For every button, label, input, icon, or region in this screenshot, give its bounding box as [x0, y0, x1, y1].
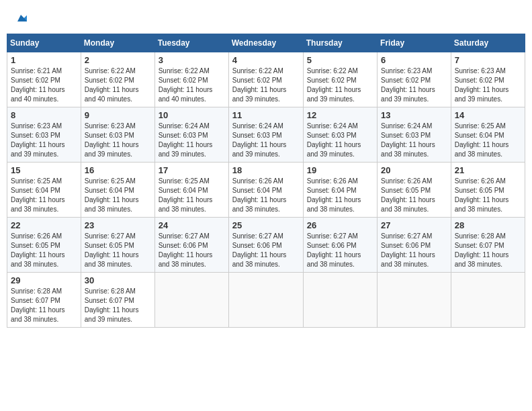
calendar-cell: 9 Sunrise: 6:23 AM Sunset: 6:03 PM Dayli… [81, 107, 154, 163]
sunset-text: Sunset: 6:07 PM [455, 241, 521, 250]
day-number: 6 [381, 55, 447, 65]
daylight-text: Daylight: 11 hours and 39 minutes. [307, 140, 373, 159]
calendar-cell: 19 Sunrise: 6:26 AM Sunset: 6:04 PM Dayl… [303, 163, 377, 218]
sunrise-text: Sunrise: 6:24 AM [159, 122, 225, 131]
day-number: 22 [11, 220, 77, 230]
calendar-cell: 13 Sunrise: 6:24 AM Sunset: 6:03 PM Dayl… [378, 107, 451, 163]
daylight-text: Daylight: 11 hours and 38 minutes. [307, 195, 373, 214]
sunrise-text: Sunrise: 6:24 AM [232, 122, 300, 131]
day-number: 26 [307, 220, 373, 230]
sunset-text: Sunset: 6:02 PM [159, 76, 225, 85]
day-header-thursday: Thursday [303, 34, 377, 52]
sunrise-text: Sunrise: 6:22 AM [307, 66, 373, 76]
sunset-text: Sunset: 6:03 PM [232, 131, 300, 140]
calendar-week-1: 1 Sunrise: 6:21 AM Sunset: 6:02 PM Dayli… [7, 52, 525, 107]
day-number: 9 [85, 110, 151, 120]
daylight-text: Daylight: 11 hours and 38 minutes. [11, 250, 77, 269]
sunrise-text: Sunrise: 6:23 AM [455, 66, 521, 76]
day-header-sunday: Sunday [7, 34, 81, 52]
sunrise-text: Sunrise: 6:25 AM [159, 177, 225, 186]
calendar-cell [378, 273, 451, 328]
calendar-cell: 16 Sunrise: 6:25 AM Sunset: 6:04 PM Dayl… [81, 163, 154, 218]
daylight-text: Daylight: 11 hours and 39 minutes. [11, 140, 77, 159]
daylight-text: Daylight: 11 hours and 38 minutes. [307, 250, 373, 269]
day-info: Sunrise: 6:24 AM Sunset: 6:03 PM Dayligh… [159, 122, 225, 159]
sunset-text: Sunset: 6:04 PM [455, 131, 521, 140]
day-number: 5 [307, 55, 373, 65]
day-info: Sunrise: 6:22 AM Sunset: 6:02 PM Dayligh… [85, 66, 151, 104]
sunset-text: Sunset: 6:02 PM [307, 76, 373, 85]
calendar-cell: 25 Sunrise: 6:27 AM Sunset: 6:06 PM Dayl… [228, 218, 303, 273]
day-number: 15 [11, 165, 77, 175]
day-info: Sunrise: 6:25 AM Sunset: 6:04 PM Dayligh… [159, 177, 225, 214]
daylight-text: Daylight: 11 hours and 38 minutes. [11, 195, 77, 214]
day-info: Sunrise: 6:25 AM Sunset: 6:04 PM Dayligh… [85, 177, 151, 214]
daylight-text: Daylight: 11 hours and 38 minutes. [159, 195, 225, 214]
day-number: 7 [455, 55, 521, 65]
logo-icon [15, 12, 27, 24]
daylight-text: Daylight: 11 hours and 40 minutes. [11, 85, 77, 104]
day-info: Sunrise: 6:23 AM Sunset: 6:02 PM Dayligh… [381, 66, 447, 104]
daylight-text: Daylight: 11 hours and 38 minutes. [232, 250, 300, 269]
calendar-cell: 18 Sunrise: 6:26 AM Sunset: 6:04 PM Dayl… [228, 163, 303, 218]
calendar-cell: 11 Sunrise: 6:24 AM Sunset: 6:03 PM Dayl… [228, 107, 303, 163]
daylight-text: Daylight: 11 hours and 39 minutes. [232, 85, 300, 104]
daylight-text: Daylight: 11 hours and 39 minutes. [455, 85, 521, 104]
sunrise-text: Sunrise: 6:24 AM [307, 122, 373, 131]
calendar-cell: 23 Sunrise: 6:27 AM Sunset: 6:05 PM Dayl… [81, 218, 154, 273]
daylight-text: Daylight: 11 hours and 39 minutes. [381, 85, 447, 104]
sunrise-text: Sunrise: 6:23 AM [11, 122, 77, 131]
day-info: Sunrise: 6:28 AM Sunset: 6:07 PM Dayligh… [85, 287, 151, 324]
sunset-text: Sunset: 6:02 PM [232, 76, 300, 85]
daylight-text: Daylight: 11 hours and 38 minutes. [381, 250, 447, 269]
calendar-cell: 28 Sunrise: 6:28 AM Sunset: 6:07 PM Dayl… [451, 218, 525, 273]
day-info: Sunrise: 6:25 AM Sunset: 6:04 PM Dayligh… [455, 122, 521, 159]
calendar-header-row: SundayMondayTuesdayWednesdayThursdayFrid… [7, 34, 525, 52]
calendar-cell [228, 273, 303, 328]
sunset-text: Sunset: 6:04 PM [232, 186, 300, 195]
day-number: 14 [455, 110, 521, 120]
sunset-text: Sunset: 6:03 PM [11, 131, 77, 140]
sunrise-text: Sunrise: 6:24 AM [381, 122, 447, 131]
day-info: Sunrise: 6:27 AM Sunset: 6:05 PM Dayligh… [85, 232, 151, 269]
day-number: 17 [159, 165, 225, 175]
sunset-text: Sunset: 6:06 PM [159, 241, 225, 250]
daylight-text: Daylight: 11 hours and 38 minutes. [159, 250, 225, 269]
sunrise-text: Sunrise: 6:22 AM [232, 66, 300, 76]
day-header-monday: Monday [81, 34, 154, 52]
day-number: 27 [381, 220, 447, 230]
day-number: 2 [85, 55, 151, 65]
daylight-text: Daylight: 11 hours and 39 minutes. [85, 140, 151, 159]
sunrise-text: Sunrise: 6:21 AM [11, 66, 77, 76]
daylight-text: Daylight: 11 hours and 39 minutes. [159, 140, 225, 159]
day-info: Sunrise: 6:26 AM Sunset: 6:05 PM Dayligh… [455, 177, 521, 214]
daylight-text: Daylight: 11 hours and 39 minutes. [307, 85, 373, 104]
day-number: 16 [85, 165, 151, 175]
day-info: Sunrise: 6:28 AM Sunset: 6:07 PM Dayligh… [11, 287, 77, 324]
day-number: 10 [159, 110, 225, 120]
day-info: Sunrise: 6:22 AM Sunset: 6:02 PM Dayligh… [307, 66, 373, 104]
sunset-text: Sunset: 6:02 PM [455, 76, 521, 85]
sunset-text: Sunset: 6:05 PM [455, 186, 521, 195]
sunset-text: Sunset: 6:03 PM [381, 131, 447, 140]
sunrise-text: Sunrise: 6:26 AM [11, 232, 77, 241]
day-header-saturday: Saturday [451, 34, 525, 52]
day-header-friday: Friday [378, 34, 451, 52]
day-header-wednesday: Wednesday [228, 34, 303, 52]
calendar-week-4: 22 Sunrise: 6:26 AM Sunset: 6:05 PM Dayl… [7, 218, 525, 273]
day-info: Sunrise: 6:21 AM Sunset: 6:02 PM Dayligh… [11, 66, 77, 104]
location-title [7, 27, 525, 34]
day-info: Sunrise: 6:27 AM Sunset: 6:06 PM Dayligh… [232, 232, 300, 269]
logo [13, 12, 27, 24]
calendar-cell: 29 Sunrise: 6:28 AM Sunset: 6:07 PM Dayl… [7, 273, 81, 328]
calendar-cell: 7 Sunrise: 6:23 AM Sunset: 6:02 PM Dayli… [451, 52, 525, 107]
sunrise-text: Sunrise: 6:26 AM [381, 177, 447, 186]
calendar-cell: 22 Sunrise: 6:26 AM Sunset: 6:05 PM Dayl… [7, 218, 81, 273]
day-info: Sunrise: 6:24 AM Sunset: 6:03 PM Dayligh… [381, 122, 447, 159]
sunrise-text: Sunrise: 6:27 AM [381, 232, 447, 241]
sunrise-text: Sunrise: 6:26 AM [455, 177, 521, 186]
daylight-text: Daylight: 11 hours and 38 minutes. [85, 195, 151, 214]
day-info: Sunrise: 6:23 AM Sunset: 6:02 PM Dayligh… [455, 66, 521, 104]
daylight-text: Daylight: 11 hours and 38 minutes. [455, 195, 521, 214]
calendar-cell: 4 Sunrise: 6:22 AM Sunset: 6:02 PM Dayli… [228, 52, 303, 107]
